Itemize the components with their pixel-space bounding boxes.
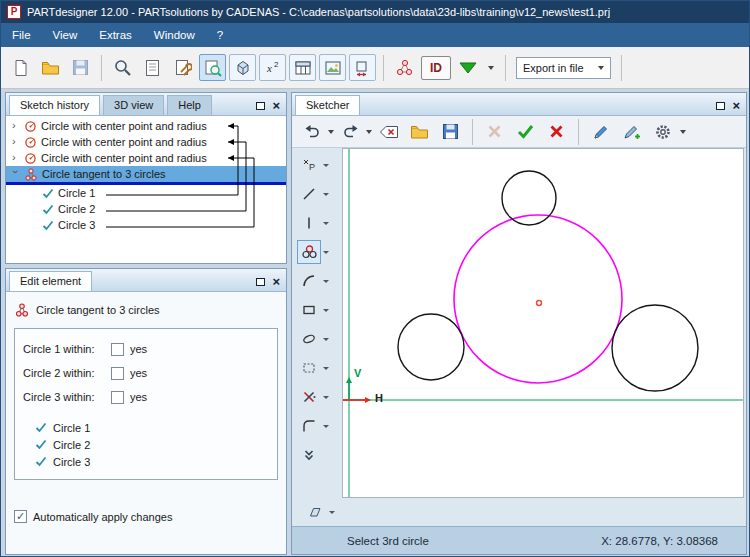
- menu-view[interactable]: View: [42, 24, 89, 46]
- discard-changes-button[interactable]: [481, 118, 508, 145]
- draw-mode-button[interactable]: [587, 118, 614, 145]
- tab-sketcher[interactable]: Sketcher: [295, 95, 360, 115]
- delete-all-button[interactable]: [376, 120, 402, 144]
- float-panel-icon[interactable]: [716, 102, 725, 110]
- result-circle-tangent[interactable]: [454, 215, 622, 383]
- auto-apply-checkbox[interactable]: ✓: [14, 510, 27, 523]
- start-generation-dropdown[interactable]: [484, 54, 498, 81]
- float-panel-icon[interactable]: [256, 102, 265, 110]
- new-button[interactable]: [7, 54, 34, 81]
- center-point[interactable]: [537, 301, 542, 306]
- tree-item-ref-circle-1[interactable]: Circle 1: [6, 185, 286, 201]
- id-button[interactable]: ID: [421, 56, 451, 80]
- vertical-line-tool[interactable]: [294, 210, 340, 236]
- chevron-down-icon[interactable]: [323, 425, 329, 428]
- arc-tool-button[interactable]: [297, 269, 321, 293]
- list-item-circle-3[interactable]: Circle 3: [23, 453, 269, 470]
- apply-button[interactable]: [512, 118, 539, 145]
- expand-chevron-icon[interactable]: ›: [12, 135, 20, 147]
- view-3d-button[interactable]: [229, 54, 256, 81]
- cancel-button[interactable]: [543, 118, 570, 145]
- dimensioning-button[interactable]: [349, 54, 376, 81]
- circle-tool-button[interactable]: [297, 240, 321, 264]
- circle-tool[interactable]: [294, 239, 340, 265]
- menu-file[interactable]: File: [1, 24, 42, 46]
- chevron-down-icon[interactable]: [328, 130, 334, 134]
- circle-right[interactable]: [612, 305, 698, 391]
- sketch-canvas[interactable]: V H: [342, 148, 744, 498]
- within-checkbox-2[interactable]: [111, 367, 124, 380]
- point-tool[interactable]: P: [294, 152, 340, 178]
- chevron-down-icon[interactable]: [323, 164, 329, 167]
- list-item-circle-1[interactable]: Circle 1: [23, 419, 269, 436]
- tab-sketch-history[interactable]: Sketch history: [9, 95, 100, 115]
- tree-item-ref-circle-2[interactable]: Circle 2: [6, 201, 286, 217]
- plane-tool[interactable]: [300, 499, 335, 525]
- rectangle-tool-button[interactable]: [297, 298, 321, 322]
- chevron-down-icon[interactable]: [323, 251, 329, 254]
- open-button[interactable]: [37, 54, 64, 81]
- more-tools-button[interactable]: [297, 443, 321, 467]
- close-icon[interactable]: ×: [272, 277, 280, 286]
- line-tool-button[interactable]: [297, 182, 321, 206]
- sketch-view-button[interactable]: [199, 54, 226, 81]
- more-tools[interactable]: [294, 442, 340, 468]
- chevron-down-icon[interactable]: [323, 280, 329, 283]
- list-item-circle-2[interactable]: Circle 2: [23, 436, 269, 453]
- trim-tool[interactable]: [294, 384, 340, 410]
- tree-item-circle-2[interactable]: › Circle with center point and radius: [6, 134, 286, 150]
- chevron-down-icon[interactable]: [366, 130, 372, 134]
- save-button[interactable]: [67, 54, 94, 81]
- vertical-line-tool-button[interactable]: [297, 211, 321, 235]
- float-panel-icon[interactable]: [256, 278, 265, 286]
- chevron-down-icon[interactable]: [323, 222, 329, 225]
- arc-tool[interactable]: [294, 268, 340, 294]
- close-icon[interactable]: ×: [732, 101, 740, 110]
- redo-button[interactable]: [338, 120, 362, 144]
- collapse-chevron-icon[interactable]: ›: [10, 170, 22, 178]
- tab-3d-view[interactable]: 3D view: [103, 95, 164, 115]
- zoom-button[interactable]: [109, 54, 136, 81]
- tab-help[interactable]: Help: [167, 95, 212, 115]
- ellipse-tool-button[interactable]: [297, 327, 321, 351]
- within-checkbox-3[interactable]: [111, 391, 124, 404]
- chevron-down-icon[interactable]: [323, 193, 329, 196]
- chevron-down-icon[interactable]: [680, 130, 686, 134]
- export-in-file-select[interactable]: Export in file: [516, 57, 611, 79]
- menu-help[interactable]: ?: [206, 24, 234, 46]
- expand-chevron-icon[interactable]: ›: [12, 151, 20, 163]
- rectangle-tool[interactable]: [294, 297, 340, 323]
- circle-top[interactable]: [502, 171, 556, 225]
- variables-button[interactable]: x2: [259, 54, 286, 81]
- ellipse-tool[interactable]: [294, 326, 340, 352]
- tree-item-circle-tangent[interactable]: › Circle tangent to 3 circles: [6, 166, 286, 182]
- open-sketch-button[interactable]: [406, 118, 433, 145]
- tree-item-circle-3[interactable]: › Circle with center point and radius: [6, 150, 286, 166]
- save-sketch-button[interactable]: [437, 118, 464, 145]
- construction-tool-button[interactable]: [297, 356, 321, 380]
- chevron-down-icon[interactable]: [329, 511, 335, 514]
- report-button[interactable]: [139, 54, 166, 81]
- close-icon[interactable]: ×: [272, 101, 280, 110]
- menu-window[interactable]: Window: [143, 24, 206, 46]
- menu-extras[interactable]: Extras: [88, 24, 143, 46]
- plane-tool-button[interactable]: [303, 500, 327, 524]
- undo-button[interactable]: [300, 120, 324, 144]
- line-tool[interactable]: [294, 181, 340, 207]
- tools-document-button[interactable]: [169, 54, 196, 81]
- expand-chevron-icon[interactable]: ›: [12, 119, 20, 131]
- fillet-tool-button[interactable]: [297, 414, 321, 438]
- tab-edit-element[interactable]: Edit element: [9, 271, 92, 291]
- chevron-down-icon[interactable]: [323, 338, 329, 341]
- tree-item-circle-1[interactable]: › Circle with center point and radius: [6, 118, 286, 134]
- within-checkbox-1[interactable]: [111, 343, 124, 356]
- chevron-down-icon[interactable]: [323, 396, 329, 399]
- settings-button[interactable]: [649, 118, 676, 145]
- value-table-button[interactable]: [289, 54, 316, 81]
- chevron-down-icon[interactable]: [323, 309, 329, 312]
- tree-item-ref-circle-3[interactable]: Circle 3: [6, 217, 286, 233]
- fillet-tool[interactable]: [294, 413, 340, 439]
- construction-geometry-tool[interactable]: [294, 355, 340, 381]
- link-structure-button[interactable]: [391, 54, 418, 81]
- point-tool-button[interactable]: P: [297, 153, 321, 177]
